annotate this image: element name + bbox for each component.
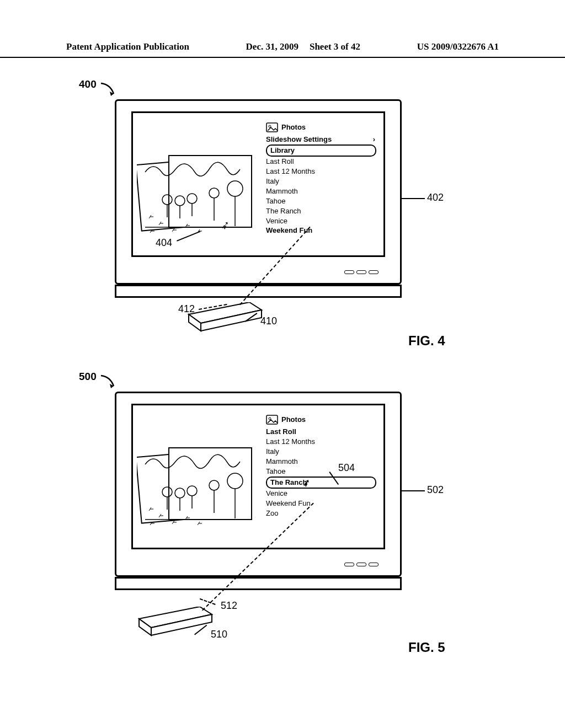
tv-button-icon — [369, 270, 379, 274]
figure-5-label: FIG. 5 — [408, 640, 445, 655]
ref-402: 402 — [427, 192, 444, 204]
ref-400: 400 — [79, 78, 97, 90]
slideshow-settings-item[interactable]: Slideshow Settings › — [266, 135, 376, 144]
ref-510: 510 — [211, 629, 227, 640]
menu-title: Photos — [266, 415, 376, 425]
menu-item-mammoth[interactable]: Mammoth — [266, 186, 376, 196]
photos-menu: Photos Last RollLast 12 MonthsItalyMammo… — [266, 415, 376, 518]
menu-item-mammoth[interactable]: Mammoth — [266, 457, 376, 467]
photos-icon — [266, 122, 278, 132]
menu-item-italy[interactable]: Italy — [266, 447, 376, 457]
menu-item-last-12-months[interactable]: Last 12 Months — [266, 167, 376, 176]
menu-item-last-12-months[interactable]: Last 12 Months — [266, 437, 376, 447]
tv-buttons — [344, 563, 379, 566]
menu-item-label: Slideshow Settings — [266, 135, 332, 144]
cursor-icon: ➶ — [301, 475, 312, 490]
menu-item-venice[interactable]: Venice — [266, 489, 376, 499]
header-left: Patent Application Publication — [66, 41, 189, 52]
tv-button-icon — [369, 563, 379, 566]
menu-item-last-roll[interactable]: Last Roll — [266, 427, 376, 437]
ref-500-arrow — [99, 374, 118, 390]
svg-rect-18 — [169, 448, 252, 520]
tv-button-icon — [344, 270, 354, 274]
display-stand — [115, 285, 402, 298]
ref-512: 512 — [221, 600, 237, 612]
menu-item-weekend-fun[interactable]: Weekend Fun — [266, 226, 376, 235]
figure-4: 400 402 ➶ 404 Photos — [0, 77, 565, 364]
menu-item-zoo[interactable]: Zoo — [266, 508, 376, 518]
ref-504: 504 — [338, 462, 355, 474]
menu-title: Photos — [266, 122, 376, 132]
ref-410: 410 — [260, 315, 277, 327]
tv-button-icon — [356, 563, 366, 566]
header-date: Dec. 31, 2009 — [246, 41, 299, 52]
menu-title-text: Photos — [281, 415, 306, 425]
menu-item-last-roll[interactable]: Last Roll — [266, 157, 376, 167]
ref-500: 500 — [79, 371, 97, 383]
page-header: Patent Application Publication Dec. 31, … — [0, 41, 565, 58]
ref-502: 502 — [427, 484, 444, 496]
menu-item-tahoe[interactable]: Tahoe — [266, 467, 376, 477]
photos-icon — [266, 415, 278, 425]
tv-button-icon — [344, 563, 354, 566]
figure-4-label: FIG. 4 — [408, 333, 445, 349]
tv-buttons — [344, 270, 379, 274]
ref-404: 404 — [156, 237, 172, 249]
remote-control — [128, 607, 216, 639]
menu-item-venice[interactable]: Venice — [266, 216, 376, 226]
header-sheet: Sheet 3 of 42 — [310, 41, 360, 52]
menu-title-text: Photos — [281, 122, 306, 132]
chevron-right-icon: › — [373, 135, 375, 144]
menu-item-tahoe[interactable]: Tahoe — [266, 196, 376, 206]
ref-412: 412 — [178, 303, 195, 315]
display-stand — [115, 577, 402, 590]
header-pubno: US 2009/0322676 A1 — [417, 41, 499, 52]
menu-item-the-ranch[interactable]: The Ranch — [266, 206, 376, 216]
svg-rect-1 — [169, 156, 252, 227]
photos-menu: Photos Slideshow Settings › Library Last… — [266, 122, 376, 235]
menu-item-weekend-fun[interactable]: Weekend Fun — [266, 499, 376, 508]
tv-button-icon — [356, 270, 366, 274]
menu-selection-library[interactable]: Library — [266, 144, 376, 157]
photo-thumbnails — [137, 442, 258, 542]
menu-item-italy[interactable]: Italy — [266, 176, 376, 186]
ref-400-arrow — [99, 82, 118, 98]
menu-item-label: Library — [270, 146, 295, 156]
figure-5: 500 502 Photos Last RollLast 12 MonthsIt… — [0, 370, 565, 678]
lead-line — [402, 198, 425, 199]
lead-line — [402, 490, 425, 491]
menu-selection-ranch[interactable]: The Ranch ➶ — [266, 477, 376, 489]
photo-thumbnails — [137, 150, 258, 249]
